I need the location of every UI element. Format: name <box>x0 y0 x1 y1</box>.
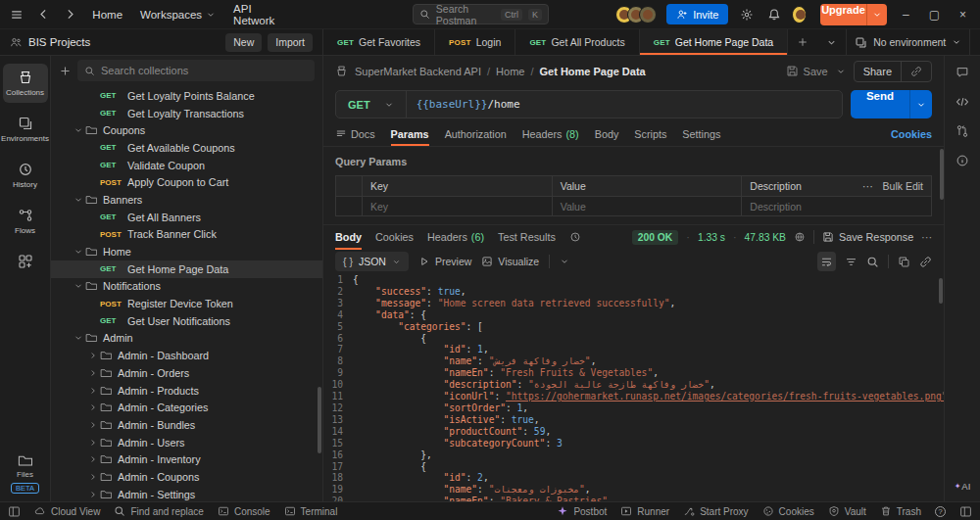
tab-login[interactable]: POSTLogin <box>435 29 515 55</box>
tree-folder-admin-settings[interactable]: Admin - Settings <box>51 486 322 501</box>
chevron-right-icon[interactable] <box>86 368 100 378</box>
save-response-button[interactable]: Save Response <box>822 231 913 243</box>
response-tab-headers[interactable]: Headers(6) <box>427 225 484 249</box>
statusbar-console[interactable]: Console <box>218 505 270 517</box>
statusbar-trash[interactable]: Trash <box>880 505 921 517</box>
tree-request-get-loyalty-points-balance[interactable]: GETGet Loyalty Points Balance <box>51 87 322 105</box>
send-caret-icon[interactable] <box>909 90 932 118</box>
sidebar-item-files[interactable]: Files BETA <box>11 453 39 494</box>
close-button[interactable]: × <box>954 8 972 22</box>
settings-gear-icon[interactable] <box>738 4 755 25</box>
value-input[interactable]: Value <box>552 197 742 215</box>
description-input[interactable]: Description <box>741 197 931 215</box>
tree-request-get-loyalty-transactions[interactable]: GETGet Loyalty Transactions <box>51 105 322 122</box>
tree-folder-home[interactable]: Home <box>51 243 322 260</box>
chevron-right-icon[interactable] <box>86 472 100 482</box>
tree-folder-admin-bundles[interactable]: Admin - Bundles <box>51 416 322 434</box>
new-tab-icon[interactable] <box>788 29 817 55</box>
nav-workspaces[interactable]: Workspaces <box>136 9 220 21</box>
network-info-icon[interactable] <box>794 231 806 243</box>
tree-request-validate-coupon[interactable]: GETValidate Coupon <box>51 157 322 174</box>
workspace-name[interactable]: BIS Projects <box>10 36 220 49</box>
sidebar-item-collections[interactable]: Collections <box>3 64 48 103</box>
tab-get-favorites[interactable]: GETGet Favorites <box>323 29 435 55</box>
tab-get-home-page-data[interactable]: GETGet Home Page Data <box>640 29 788 55</box>
tree-folder-admin-coupons[interactable]: Admin - Coupons <box>51 468 322 486</box>
response-body-editor[interactable]: 1{2 "success": true,3 "message": "Home s… <box>323 274 944 501</box>
link-icon[interactable] <box>919 256 932 268</box>
maximize-button[interactable]: ▢ <box>925 8 944 22</box>
chevron-right-icon[interactable] <box>86 386 100 396</box>
sidebar-item-environments[interactable]: Environments <box>3 110 48 149</box>
nav-home[interactable]: Home <box>88 9 126 21</box>
visualize-caret-icon[interactable] <box>560 257 569 266</box>
environment-quick-look-icon[interactable] <box>969 29 980 55</box>
pull-request-icon[interactable] <box>956 124 969 138</box>
back-icon[interactable] <box>34 4 51 25</box>
statusbar-runner[interactable]: Runner <box>620 505 669 517</box>
statusbar-cookies[interactable]: Cookies <box>762 505 814 517</box>
tab-docs[interactable]: Docs <box>335 122 375 146</box>
response-time[interactable]: 1.33 s <box>698 232 725 243</box>
response-size[interactable]: 47.83 KB <box>745 232 786 243</box>
tree-request-apply-coupon-to-cart[interactable]: POSTApply Coupon to Cart <box>51 173 322 191</box>
statusbar-terminal[interactable]: Terminal <box>284 505 338 517</box>
status-badge[interactable]: 200 OK <box>632 230 679 245</box>
nav-api-network[interactable]: API Network <box>229 3 287 26</box>
notifications-bell-icon[interactable] <box>765 4 782 25</box>
upgrade-caret-icon[interactable] <box>866 4 887 25</box>
chevron-down-icon[interactable] <box>72 195 85 205</box>
tree-request-get-available-coupons[interactable]: GETGet Available Coupons <box>51 139 322 157</box>
tab-settings[interactable]: Settings <box>682 122 720 146</box>
key-input[interactable]: Key <box>362 197 552 215</box>
search-response-icon[interactable] <box>866 256 879 268</box>
tree-request-get-home-page-data[interactable]: GETGet Home Page Data <box>51 260 322 278</box>
chevron-right-icon[interactable] <box>86 402 100 412</box>
cookies-link[interactable]: Cookies <box>891 128 932 140</box>
tree-request-get-all-banners[interactable]: GETGet All Banners <box>51 209 322 226</box>
more-options-icon[interactable]: ⋯ <box>862 180 873 192</box>
select-all-checkbox[interactable] <box>336 176 362 196</box>
filter-icon[interactable] <box>845 256 858 268</box>
comments-icon[interactable] <box>956 66 969 79</box>
statusbar-postbot[interactable]: Postbot <box>557 505 607 517</box>
minimize-button[interactable]: – <box>897 8 915 22</box>
visualize-button[interactable]: Visualize <box>481 256 539 267</box>
tab-body[interactable]: Body <box>595 122 619 146</box>
format-selector[interactable]: { } JSON <box>335 252 409 271</box>
sidebar-item-flows[interactable]: Flows <box>3 202 48 241</box>
statusbar-cloud-view[interactable]: Cloud View <box>34 505 100 517</box>
tree-folder-admin[interactable]: Admin <box>51 330 322 348</box>
code-snippet-icon[interactable] <box>956 95 969 109</box>
share-link-icon[interactable] <box>901 62 931 81</box>
info-icon[interactable] <box>956 154 969 167</box>
chevron-right-icon[interactable] <box>86 490 100 499</box>
tab-scripts[interactable]: Scripts <box>634 122 666 146</box>
statusbar-vault[interactable]: Vault <box>828 505 866 517</box>
chevron-right-icon[interactable] <box>86 454 100 464</box>
tree-folder-notifications[interactable]: Notifications <box>51 278 322 296</box>
statusbar-start-proxy[interactable]: Start Proxy <box>683 505 748 517</box>
tab-params[interactable]: Params <box>391 122 429 146</box>
response-tab-cookies[interactable]: Cookies <box>375 225 414 249</box>
statusbar-find-and-replace[interactable]: Find and replace <box>114 505 204 517</box>
preview-button[interactable]: Preview <box>418 256 471 267</box>
code-scrollbar[interactable] <box>939 278 943 304</box>
response-history-icon[interactable] <box>569 231 581 243</box>
tab-get-all-products[interactable]: GETGet All Products <box>515 29 639 55</box>
chevron-right-icon[interactable] <box>86 351 100 360</box>
save-caret-icon[interactable] <box>836 67 846 76</box>
search-collections-input[interactable]: Search collections <box>77 60 315 81</box>
sidebar-scrollbar[interactable] <box>318 387 321 453</box>
add-collection-icon[interactable] <box>59 65 72 77</box>
sidebar-item-more-tools[interactable] <box>3 248 48 275</box>
tree-request-get-user-notifications[interactable]: GETGet User Notifications <box>51 312 322 330</box>
layout-icon[interactable] <box>959 505 972 518</box>
tree-folder-admin-users[interactable]: Admin - Users <box>51 434 322 451</box>
bulk-edit-button[interactable]: Bulk Edit <box>883 180 923 192</box>
tree-folder-admin-products[interactable]: Admin - Products <box>51 382 322 400</box>
tree-folder-admin-inventory[interactable]: Admin - Inventory <box>51 450 322 468</box>
import-button[interactable]: Import <box>268 33 313 52</box>
user-avatar[interactable] <box>792 6 807 24</box>
url-input[interactable]: {{baseUrl}}/home <box>407 98 530 111</box>
